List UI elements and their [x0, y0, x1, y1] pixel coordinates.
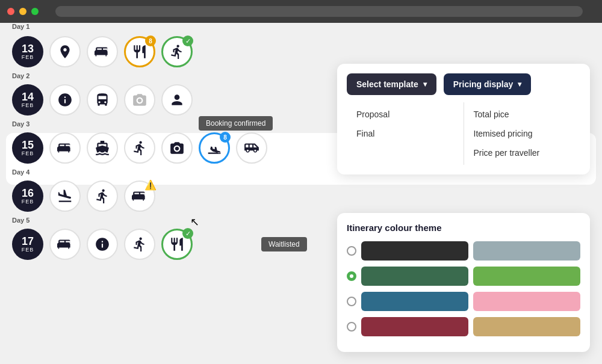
day5-bed-btn[interactable]: [49, 229, 81, 260]
pricing-total[interactable]: Total pice: [469, 105, 576, 124]
day4-badge: 16 FEB: [12, 180, 43, 212]
color-swatch-1-right[interactable]: [473, 267, 580, 286]
color-row-3: [347, 317, 580, 336]
minibus-icon: [244, 140, 259, 156]
restaurant-icon: [132, 44, 147, 60]
day4-bed-btn[interactable]: ⚠️: [124, 180, 155, 212]
color-swatch-3-right[interactable]: [473, 317, 580, 336]
day5-info-btn[interactable]: [87, 229, 118, 260]
minimize-dot[interactable]: [19, 8, 26, 15]
day4-walking-btn[interactable]: [87, 180, 118, 212]
day5-restaurant-btn[interactable]: ✓: [161, 229, 193, 260]
day4-walking-icon: [95, 188, 110, 204]
day4-flight-btn[interactable]: [49, 180, 81, 212]
day5-label: Day 5: [12, 217, 29, 224]
url-bar[interactable]: [55, 6, 583, 17]
template-pricing-panel: Select template ▾ Pricing display ▾ Prop…: [337, 64, 590, 174]
flight-depart-icon: [57, 188, 73, 204]
day3-boat-btn[interactable]: [87, 132, 118, 164]
main-content: Day 1 13 FEB 8 ✓ Booking confirmed Day 2…: [0, 23, 602, 364]
color-theme-title: Itinerary colour theme: [347, 223, 580, 233]
day3-flight-badge: 8: [220, 132, 231, 143]
day1-walking-btn[interactable]: ✓: [161, 36, 193, 67]
color-swatch-2-right[interactable]: [473, 292, 580, 311]
maximize-dot[interactable]: [31, 8, 39, 15]
day2-label: Day 2: [12, 72, 29, 79]
color-radio-2[interactable]: [347, 297, 356, 306]
day3-walking-btn[interactable]: [124, 132, 155, 164]
day5-check-badge: ✓: [182, 228, 193, 239]
day5-restaurant-icon: [169, 236, 185, 252]
day5-walking-icon: [132, 236, 147, 252]
info-icon: [57, 92, 73, 108]
color-swatch-1-left[interactable]: [361, 267, 468, 286]
day2-camera-btn[interactable]: [124, 84, 155, 116]
day3-camera-icon: [169, 140, 185, 156]
close-dot[interactable]: [7, 8, 14, 15]
panel-top-row: Select template ▾ Pricing display ▾: [347, 73, 580, 95]
day4-row: Day 4 16 FEB ⚠️: [0, 168, 602, 217]
panel-dropdown-cols: Proposal Final Total pice Itemised prici…: [347, 102, 580, 165]
color-swatch-0-right[interactable]: [473, 241, 580, 261]
template-proposal[interactable]: Proposal: [352, 105, 459, 124]
pricing-col: Total pice Itemised pricing Price per tr…: [464, 102, 581, 165]
day1-badge: 13 FEB: [12, 36, 43, 67]
template-final[interactable]: Final: [352, 124, 459, 143]
color-radio-0[interactable]: [347, 246, 356, 256]
day3-bed-btn[interactable]: [49, 132, 81, 164]
color-radio-1[interactable]: [347, 271, 356, 281]
pricing-display-label: Pricing display: [453, 79, 514, 89]
color-row-0: [347, 241, 580, 261]
day1-location-btn[interactable]: [49, 36, 81, 67]
day3-minibus-btn[interactable]: [236, 132, 267, 164]
day5-walking-btn[interactable]: [124, 229, 155, 260]
camera-icon: [132, 92, 147, 108]
person-icon: [169, 92, 185, 108]
day2-person-btn[interactable]: [161, 84, 193, 116]
day3-walking-icon: [132, 140, 147, 156]
waitlisted-tooltip: Waitlisted: [261, 237, 307, 251]
day1-restaurant-badge: 8: [145, 35, 156, 46]
day4-warn-badge: ⚠️: [144, 179, 157, 191]
day1-label: Day 1: [12, 23, 29, 30]
day3-camera-btn[interactable]: [161, 132, 193, 164]
day5-badge: 17 FEB: [12, 229, 43, 260]
day2-bus-btn[interactable]: [87, 84, 118, 116]
day5-info-icon: [95, 236, 110, 252]
pricing-per-traveller[interactable]: Price per traveller: [469, 143, 576, 162]
titlebar: [0, 0, 602, 23]
select-template-btn[interactable]: Select template ▾: [347, 73, 436, 95]
color-radio-3[interactable]: [347, 322, 356, 332]
pricing-display-chevron-icon: ▾: [518, 80, 521, 88]
color-row-1: [347, 267, 580, 286]
day1-restaurant-btn[interactable]: 8: [124, 36, 155, 67]
bus-icon: [95, 92, 110, 108]
day1-walking-check: ✓: [182, 35, 193, 46]
day2-info-btn[interactable]: [49, 84, 81, 116]
day1-bed-btn[interactable]: [87, 36, 118, 67]
day3-badge: 15 FEB: [12, 132, 43, 164]
location-icon: [57, 44, 73, 60]
day3-label: Day 3: [12, 120, 29, 128]
boat-icon: [95, 140, 110, 156]
color-swatch-3-left[interactable]: [361, 317, 468, 336]
color-swatch-2-left[interactable]: [361, 292, 468, 311]
day2-badge: 14 FEB: [12, 84, 43, 116]
walking-icon: [169, 44, 185, 60]
select-template-chevron-icon: ▾: [423, 80, 427, 88]
day5-bed-icon: [57, 236, 73, 252]
bed-small-icon: [57, 140, 73, 156]
template-col: Proposal Final: [347, 102, 464, 165]
flight-arrive-icon: [206, 140, 222, 156]
booking-confirmed-tooltip: Booking confirmed: [199, 116, 273, 131]
pricing-itemised[interactable]: Itemised pricing: [469, 124, 576, 143]
select-template-label: Select template: [356, 79, 418, 89]
color-theme-panel: Itinerary colour theme: [337, 213, 590, 352]
day4-label: Day 4: [12, 168, 29, 176]
color-row-2: [347, 292, 580, 311]
bed-icon: [95, 44, 110, 60]
pricing-display-btn[interactable]: Pricing display ▾: [444, 73, 532, 95]
day3-flight-arrive-btn[interactable]: 8: [199, 132, 230, 164]
color-swatch-0-left[interactable]: [361, 241, 468, 261]
